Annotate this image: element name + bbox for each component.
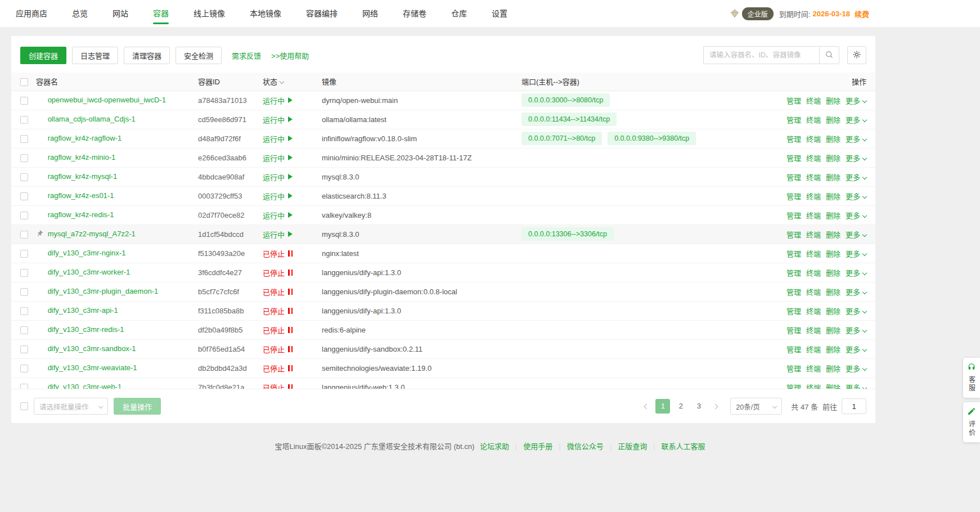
renew-link[interactable]: 续费 [855, 8, 869, 19]
manage-action-link[interactable]: 管理 [786, 135, 801, 143]
more-action-link[interactable]: 更多 [846, 365, 866, 373]
feedback-link[interactable]: 需求反馈 [232, 50, 261, 61]
delete-action-link[interactable]: 删除 [826, 288, 840, 297]
row-checkbox[interactable] [20, 345, 28, 353]
more-action-link[interactable]: 更多 [846, 135, 866, 143]
nav-item-compose[interactable]: 容器编排 [306, 0, 338, 27]
create-container-button[interactable]: 创建容器 [20, 47, 66, 64]
select-all-checkbox[interactable] [20, 78, 28, 86]
more-action-link[interactable]: 更多 [846, 250, 866, 258]
manage-action-link[interactable]: 管理 [786, 269, 801, 277]
goto-page-input[interactable] [842, 398, 866, 414]
terminal-action-link[interactable]: 终端 [806, 116, 821, 124]
row-checkbox[interactable] [20, 116, 28, 124]
page-button-2[interactable]: 2 [673, 399, 688, 414]
nav-item-overview[interactable]: 总览 [72, 0, 88, 27]
terminal-action-link[interactable]: 终端 [806, 384, 821, 389]
row-checkbox[interactable] [20, 192, 28, 200]
more-action-link[interactable]: 更多 [846, 288, 866, 297]
manage-action-link[interactable]: 管理 [786, 365, 801, 373]
clean-container-button[interactable]: 清理容器 [124, 47, 170, 64]
container-name-link[interactable]: ragflow_kr4z-ragflow-1 [48, 134, 122, 142]
terminal-action-link[interactable]: 终端 [806, 365, 821, 373]
page-button-3[interactable]: 3 [691, 399, 706, 414]
container-name-link[interactable]: ragflow_kr4z-es01-1 [48, 191, 114, 200]
nav-item-volume[interactable]: 存储卷 [403, 0, 426, 27]
delete-action-link[interactable]: 删除 [826, 173, 840, 182]
row-checkbox[interactable] [20, 326, 28, 334]
row-checkbox[interactable] [20, 231, 28, 239]
delete-action-link[interactable]: 删除 [826, 307, 840, 316]
help-link[interactable]: >>使用帮助 [271, 50, 309, 61]
next-page-button[interactable] [708, 399, 722, 414]
delete-action-link[interactable]: 删除 [826, 97, 840, 105]
more-action-link[interactable]: 更多 [846, 97, 866, 105]
nav-item-network[interactable]: 网络 [362, 0, 378, 27]
settings-button[interactable] [847, 46, 866, 64]
row-checkbox[interactable] [20, 212, 28, 219]
row-checkbox[interactable] [20, 307, 28, 315]
row-checkbox[interactable] [20, 384, 28, 389]
search-input[interactable] [703, 46, 819, 64]
more-action-link[interactable]: 更多 [846, 192, 866, 201]
container-name-link[interactable]: dify_v130_c3mr-web-1 [48, 383, 122, 389]
delete-action-link[interactable]: 删除 [826, 212, 840, 220]
delete-action-link[interactable]: 删除 [826, 269, 840, 277]
manage-action-link[interactable]: 管理 [786, 97, 801, 105]
container-name-link[interactable]: dify_v130_c3mr-plugin_daemon-1 [48, 287, 159, 295]
footer-link-contact-service[interactable]: 联系人工客服 [662, 442, 705, 451]
row-checkbox[interactable] [20, 173, 28, 181]
search-button[interactable] [819, 46, 839, 64]
delete-action-link[interactable]: 删除 [826, 345, 840, 354]
manage-action-link[interactable]: 管理 [786, 307, 801, 316]
container-name-link[interactable]: ragflow_kr4z-redis-1 [48, 210, 114, 219]
manage-action-link[interactable]: 管理 [786, 192, 801, 201]
manage-action-link[interactable]: 管理 [786, 116, 801, 124]
container-name-link[interactable]: openwebui_iwcd-openwebui_iwcD-1 [48, 96, 166, 104]
terminal-action-link[interactable]: 终端 [806, 288, 821, 297]
delete-action-link[interactable]: 删除 [826, 135, 840, 143]
review-button[interactable]: 评价 [963, 402, 980, 442]
manage-action-link[interactable]: 管理 [786, 212, 801, 220]
more-action-link[interactable]: 更多 [846, 326, 866, 335]
delete-action-link[interactable]: 删除 [826, 192, 840, 201]
container-name-link[interactable]: dify_v130_c3mr-worker-1 [48, 268, 131, 276]
row-checkbox[interactable] [20, 269, 28, 277]
row-checkbox[interactable] [20, 250, 28, 258]
nav-item-online-image[interactable]: 线上镜像 [194, 0, 225, 27]
terminal-action-link[interactable]: 终端 [806, 173, 821, 182]
more-action-link[interactable]: 更多 [846, 307, 866, 316]
manage-action-link[interactable]: 管理 [786, 154, 801, 163]
manage-action-link[interactable]: 管理 [786, 345, 801, 354]
delete-action-link[interactable]: 删除 [826, 231, 840, 239]
more-action-link[interactable]: 更多 [846, 212, 866, 220]
page-size-select[interactable]: 20条/页 [730, 398, 782, 415]
more-action-link[interactable]: 更多 [846, 173, 866, 182]
nav-item-settings[interactable]: 设置 [492, 0, 507, 27]
more-action-link[interactable]: 更多 [846, 384, 866, 389]
bulk-action-select[interactable]: 请选择批量操作 [34, 398, 108, 415]
footer-link-wechat[interactable]: 微信公众号 [567, 442, 604, 451]
container-name-link[interactable]: ragflow_kr4z-minio-1 [48, 153, 116, 161]
prev-page-button[interactable] [639, 399, 654, 414]
footer-link-genuine-check[interactable]: 正版查询 [618, 442, 647, 451]
row-checkbox[interactable] [20, 154, 28, 162]
delete-action-link[interactable]: 删除 [826, 384, 840, 389]
terminal-action-link[interactable]: 终端 [806, 192, 821, 201]
more-action-link[interactable]: 更多 [846, 154, 866, 163]
delete-action-link[interactable]: 删除 [826, 250, 840, 258]
nav-item-local-image[interactable]: 本地镜像 [250, 0, 281, 27]
bulk-apply-button[interactable]: 批量操作 [114, 398, 161, 415]
container-name-link[interactable]: dify_v130_c3mr-nginx-1 [48, 249, 126, 257]
nav-item-repository[interactable]: 仓库 [451, 0, 467, 27]
manage-action-link[interactable]: 管理 [786, 173, 801, 182]
delete-action-link[interactable]: 删除 [826, 365, 840, 373]
manage-action-link[interactable]: 管理 [786, 326, 801, 335]
manage-action-link[interactable]: 管理 [786, 231, 801, 239]
nav-item-website[interactable]: 网站 [113, 0, 128, 27]
manage-action-link[interactable]: 管理 [786, 384, 801, 389]
terminal-action-link[interactable]: 终端 [806, 135, 821, 143]
footer-link-forum-help[interactable]: 论坛求助 [480, 442, 509, 451]
more-action-link[interactable]: 更多 [846, 116, 866, 124]
container-name-link[interactable]: dify_v130_c3mr-weaviate-1 [48, 363, 137, 372]
